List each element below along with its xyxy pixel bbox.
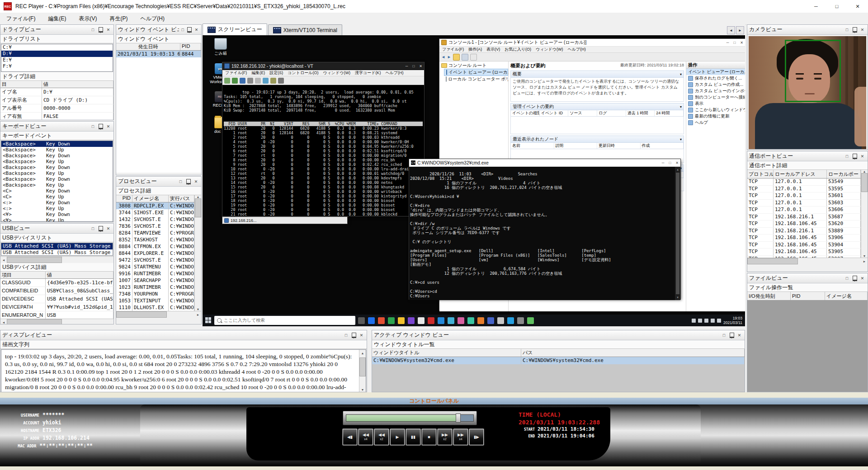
float-icon[interactable]: □ (90, 27, 96, 33)
window-event-row[interactable]: 2021/03/11 19:03:13 6258844 (116, 51, 201, 57)
vt-toolbar-icon[interactable] (278, 78, 284, 84)
close-icon[interactable]: ✕ (193, 179, 199, 185)
keyboard-event-row[interactable]: <Backspace>Key Down (1, 153, 113, 159)
console-menu-item[interactable]: ウィンドウ(W) (536, 47, 563, 52)
section-overview[interactable]: 概要▾ (510, 70, 684, 78)
actions-header[interactable]: イベント ビューアー (ローカル) (686, 69, 745, 75)
cmd-title-bar[interactable]: C:¥ C:¥WINDOWS¥system32¥cmd.exe ─□✕ (409, 159, 680, 167)
maximize-icon[interactable]: □ (669, 161, 671, 165)
chevron-down-icon[interactable]: ▾ (680, 72, 682, 76)
usb-view-header[interactable]: USBビュー □ ✕ (0, 224, 113, 234)
column-header[interactable]: 説明 (554, 143, 598, 149)
column-header[interactable]: 更新日時 (597, 143, 641, 149)
usb-device-item[interactable]: USB Attached SCSI (UAS) Mass Storage Dev (1, 249, 113, 256)
comm-port-row[interactable]: TCP 192.168.106.45 53905 (747, 249, 861, 256)
action-item[interactable]: 別のコンピューターへ接続... (686, 94, 745, 100)
vt-footer-bar[interactable]: 192.168.216... (222, 217, 347, 224)
vt-menu-item[interactable]: コントロール(O) (288, 70, 318, 76)
column-header[interactable]: イベント ID (540, 110, 569, 116)
comm-hscrollbar[interactable]: ► (747, 258, 868, 264)
float-icon[interactable]: □ (90, 226, 96, 232)
usb-detail-hscrollbar[interactable]: ◄ (0, 319, 113, 324)
taskbar-app-icon[interactable] (408, 317, 415, 324)
process-row[interactable]: 3744 SIHOST.EXE C:¥WINDO (116, 209, 194, 216)
process-row[interactable]: 1007 SEARCHAPP C:¥WINDO (116, 277, 194, 284)
process-col-path[interactable]: 実行パス (169, 195, 194, 202)
keyboard-event-row[interactable]: <Backspace>Key Down (1, 176, 113, 182)
playback-button[interactable]: ◀▮ (343, 429, 357, 445)
keyboard-event-row[interactable]: <Backspace>Key Up (1, 159, 113, 164)
drive-detail-row[interactable]: ィア有無FALSE (0, 113, 113, 120)
drive-detail-col-item[interactable]: 目 (0, 81, 42, 88)
tray-icon[interactable] (704, 319, 708, 323)
menu-item[interactable]: ファイル(F) (0, 15, 42, 23)
taskbar-app-icon[interactable] (428, 317, 434, 324)
close-icon[interactable]: ✕ (105, 123, 112, 130)
comm-port-view-header[interactable]: 通信ポートビュー □ ✕ (747, 151, 868, 161)
process-row[interactable]: 1110 DLLHOST.EX C:¥WINDO (116, 304, 194, 311)
process-view-header[interactable]: プロセスビュー □ ✕ (116, 177, 201, 187)
help-icon[interactable] (470, 54, 477, 61)
taskbar-app-icon[interactable] (398, 317, 405, 324)
back-icon[interactable]: ◄ (441, 55, 445, 59)
close-icon[interactable]: ✕ (675, 161, 679, 165)
vt-toolbar-icon[interactable] (232, 78, 238, 84)
tab-screen-view[interactable]: スクリーンビュー (203, 24, 267, 35)
taskbar-app-icon[interactable] (368, 317, 375, 324)
console-menu-item[interactable]: 操作(A) (468, 47, 482, 52)
process-row[interactable]: 1023 RUNTIMEBR C:¥WINDO (116, 284, 194, 291)
playback-button[interactable]: ▶ (390, 429, 405, 445)
playback-button[interactable]: ■ (422, 429, 436, 445)
drive-view-header[interactable]: ドライブビュー □ ✕ (0, 25, 113, 35)
vt-terminal-window[interactable]: 192.168.216.102 - yhioki@localhost - VT … (222, 62, 424, 216)
console-menu-item[interactable]: お気に入り(O) (505, 47, 531, 52)
pin-icon[interactable] (97, 27, 104, 33)
taskbar-app-icon[interactable] (497, 317, 504, 324)
keyboard-event-row[interactable]: <:>Key Down (1, 200, 113, 206)
taskbar-app-icon[interactable] (448, 317, 454, 324)
keyboard-event-row[interactable]: <:>Key Up (1, 206, 113, 212)
tree-item-local-policy[interactable]: ローカル コンピューター ポリシー (444, 76, 508, 82)
comm-port-row[interactable]: TCP 192.168.106.45 53907 (747, 256, 861, 258)
section-admin-events[interactable]: 管理イベントの要約▾ (510, 103, 684, 110)
playback-progress[interactable] (343, 411, 477, 425)
usb-detail-row[interactable]: DEVICEPATH¥¥?¥usb#vid_152d&pid_1576 (0, 303, 113, 311)
action-item[interactable]: ここから新しいウィンドウ (686, 107, 745, 113)
export-icon[interactable] (462, 54, 468, 61)
close-icon[interactable]: ✕ (358, 332, 365, 338)
console-menu-item[interactable]: ファイル(F) (442, 47, 464, 52)
tree-item-event-viewer[interactable]: イベント ビューアー (ローカル) (444, 69, 508, 76)
drive-detail-row[interactable]: イブ表示名CD ドライブ (D:) (0, 96, 113, 104)
process-row[interactable]: 1432 SVCHOST.E C:¥WINDO (116, 216, 194, 223)
pin-icon[interactable] (851, 153, 858, 160)
usb-hscrollbar[interactable]: ◄ (0, 256, 113, 263)
file-view-header[interactable]: ファイルビュー □ ✕ (747, 273, 868, 283)
comm-port-row[interactable]: TCP 127.0.0.1 53603 (747, 200, 861, 207)
pin-icon[interactable] (97, 226, 104, 232)
vt-menu-item[interactable]: ウィンドウ(W) (323, 70, 350, 76)
process-hscrollbar[interactable]: ► (116, 311, 201, 318)
keyboard-event-list[interactable]: <Backspace>Key Down <Backspace>Key Up <B… (1, 141, 113, 222)
column-header[interactable]: ログ (597, 110, 626, 116)
taskbar-app-icon[interactable] (467, 317, 474, 324)
column-header[interactable]: ソース (568, 110, 597, 116)
file-col-pid[interactable]: PID (791, 292, 825, 300)
file-col-image[interactable]: イメージ名 (825, 292, 868, 300)
close-icon[interactable]: ✕ (105, 27, 112, 33)
vt-menu-item[interactable]: ファイル(F) (225, 70, 247, 76)
taskbar-app-icon[interactable] (507, 317, 514, 324)
pin-icon[interactable] (97, 123, 104, 130)
vt-menu-item[interactable]: 設定(S) (269, 70, 283, 76)
pin-icon[interactable] (851, 275, 858, 282)
taskbar-clock[interactable]: 19:03 2021/03/11 (723, 316, 742, 325)
column-header[interactable]: 過去 1 時間 (626, 110, 655, 116)
process-col-pid[interactable]: PID (116, 195, 132, 202)
float-icon[interactable]: □ (844, 275, 850, 282)
console-title-bar[interactable]: コンソール1 - [コンソール ルート¥イベント ビューアー (ローカル)] ─… (439, 39, 745, 47)
float-icon[interactable]: □ (343, 332, 349, 338)
drive-list-item[interactable]: D:¥ (1, 51, 113, 57)
drive-detail-row[interactable]: イブ名D:¥ (0, 88, 113, 96)
action-item[interactable]: 最新の情報に更新 (686, 113, 745, 119)
cmd-body[interactable]: 2020/11/26 11:03 <DIR> Searches 2020/12/… (409, 167, 680, 300)
cmd-scrollbar[interactable]: ▲▼ (675, 167, 680, 300)
